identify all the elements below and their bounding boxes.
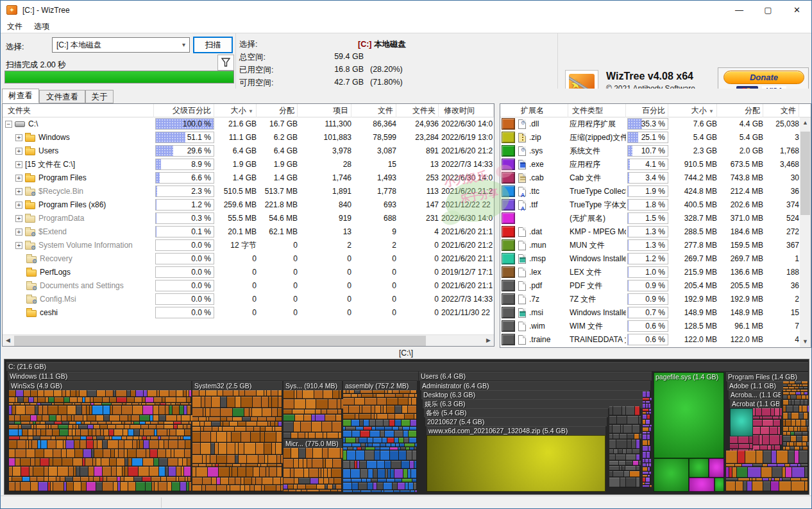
horizontal-scrollbar[interactable]: ◀ ▶ — [3, 334, 494, 346]
folder-row[interactable]: +⚙$Recycle.Bin 2.3 % 510.5 MB 513.7 MB 1… — [3, 185, 494, 198]
ext-row[interactable]: .zip 压缩(zipped)文件 25.1 % 5.4 GB 5.4 GB 3 — [500, 131, 811, 144]
percent-cell: 6.6 % — [155, 171, 214, 185]
ext-row[interactable]: (无扩展名) 1.5 % 328.7 MB 371.0 MB 524 — [500, 212, 811, 225]
donate-button[interactable]: Donate — [723, 71, 804, 84]
percent-cell: 1.9 % — [627, 185, 668, 198]
folder-table-header: 文件夹父级百分比大小 ▼分配项目文件文件夹修改时间 — [3, 104, 494, 117]
folder-row[interactable]: PerfLogs 0.0 % 0 0 0 0 0 2019/12/7 17:1 — [3, 266, 494, 279]
treemap-canvas[interactable] — [4, 359, 809, 494]
folder-column-header[interactable]: 父级百分比 — [155, 104, 214, 117]
wiztree-window: ✦ [C:] - WizTree — ▢ ✕ 文件 选项 选择: [C:] 本地… — [0, 0, 812, 509]
expand-toggle[interactable]: + — [15, 215, 22, 222]
folder-column-header[interactable]: 文件夹 — [398, 104, 439, 117]
expand-toggle[interactable]: + — [15, 175, 22, 182]
folder-row[interactable]: +⚙$Extend 0.1 % 20.1 MB 62.1 MB 13 9 4 2… — [3, 225, 494, 239]
ext-row[interactable]: .msp Windows Installe 1.2 % 269.7 MB 269… — [500, 252, 811, 266]
expand-toggle[interactable]: + — [15, 242, 22, 249]
ext-row[interactable]: .mun MUN 文件 1.3 % 277.8 MB 159.5 MB 367 — [500, 239, 811, 252]
tab-file-view[interactable]: 文件查看 — [39, 90, 85, 103]
filetype-label: Windows Installe — [570, 252, 626, 266]
filter-button[interactable] — [217, 55, 234, 71]
folder-column-header[interactable]: 文件夹 — [5, 104, 154, 117]
window-title: [C:] - WizTree — [22, 6, 70, 15]
folder-row[interactable]: ceshi 0.0 % 0 0 0 0 0 2021/11/30 22 — [3, 306, 494, 320]
folder-column-header[interactable]: 大小 ▼ — [216, 104, 257, 117]
close-button[interactable]: ✕ — [782, 1, 811, 20]
ext-row[interactable]: .cab Cab 文件 3.4 % 744.2 MB 743.8 MB 30 — [500, 171, 811, 185]
select-label: 选择: — [6, 42, 24, 53]
ext-row[interactable]: .traine TRAINEDDATA 文 0.6 % 122.0 MB 122… — [500, 333, 811, 347]
vertical-scrollbar[interactable]: ▲ ▼ — [800, 117, 811, 347]
expand-toggle[interactable]: + — [15, 188, 22, 195]
scroll-up-arrow[interactable]: ▲ — [800, 117, 811, 128]
expand-toggle[interactable]: + — [15, 229, 22, 236]
ext-column-header[interactable]: 文件 — [765, 104, 799, 117]
system-folder-icon: ⚙ — [26, 283, 37, 290]
summary-total-label: 总空间: — [239, 52, 266, 63]
scrollbar-thumb[interactable] — [14, 336, 426, 346]
scroll-right-arrow[interactable]: ▶ — [483, 335, 494, 346]
ext-row[interactable]: .7z 7Z 文件 0.9 % 192.9 MB 192.9 MB 2 — [500, 293, 811, 306]
menu-file[interactable]: 文件 — [7, 21, 22, 32]
folder-row[interactable]: −C:\ 100.0 % 21.6 GB 16.7 GB 111,300 86,… — [3, 117, 494, 131]
treemap-color-swatch — [502, 334, 515, 345]
divider — [235, 33, 236, 89]
folder-row[interactable]: +ProgramData 0.3 % 55.5 MB 54.6 MB 919 6… — [3, 212, 494, 225]
folder-row[interactable]: +⚙System Volume Information 0.0 % 12 字节 … — [3, 239, 494, 252]
ext-table-header: 扩展名文件类型百分比大小 ▼分配文件 — [500, 104, 811, 117]
collapse-toggle[interactable]: − — [5, 121, 12, 128]
treemap[interactable]: C: (21.6 GB)Windows (11.1 GB)WinSxS (4.9… — [4, 359, 809, 495]
drive-dropdown[interactable]: [C:] 本地磁盘 ▾ — [52, 37, 190, 53]
expand-toggle[interactable]: + — [15, 148, 22, 155]
ext-column-header[interactable]: 分配 — [718, 104, 763, 117]
ext-row[interactable]: .dll 应用程序扩展 35.3 % 7.6 GB 4.4 GB 25,038 — [500, 117, 811, 131]
filetype-icon — [518, 146, 526, 156]
ext-row[interactable]: .ttc TrueType Collect 1.9 % 424.8 MB 212… — [500, 185, 811, 198]
expand-toggle[interactable]: + — [15, 161, 22, 168]
ext-column-header[interactable]: 大小 ▼ — [670, 104, 717, 117]
treemap-color-swatch — [502, 145, 515, 157]
scan-button[interactable]: 扫描 — [193, 37, 233, 53]
folder-row[interactable]: ⚙Recovery 0.0 % 0 0 0 0 0 2021/6/20 21:1 — [3, 252, 494, 266]
treemap-color-swatch — [502, 293, 515, 305]
extension-name: .exe — [529, 160, 544, 169]
scroll-down-arrow[interactable]: ▼ — [800, 336, 811, 347]
percent-cell: 0.9 % — [627, 279, 668, 293]
folder-column-header[interactable]: 修改时间 — [441, 104, 494, 117]
ext-row[interactable]: .exe 应用程序 4.1 % 910.5 MB 673.5 MB 3,468 — [500, 158, 811, 171]
extension-name: .ttc — [529, 187, 539, 196]
status-bar — [1, 496, 811, 508]
ext-column-header[interactable]: 扩展名 — [518, 104, 568, 117]
disk-icon — [15, 121, 25, 127]
ext-row[interactable]: .lex LEX 文件 1.0 % 215.9 MB 136.6 MB 188 — [500, 266, 811, 279]
ext-row[interactable]: .pdf PDF 文件 0.9 % 205.4 MB 205.5 MB 36 — [500, 279, 811, 293]
ext-row[interactable]: .wim WIM 文件 0.6 % 128.5 MB 96.1 MB 7 — [500, 320, 811, 333]
scroll-left-arrow[interactable]: ◀ — [3, 335, 13, 346]
folder-row[interactable]: +Program Files 6.6 % 1.4 GB 1.4 GB 1,746… — [3, 171, 494, 185]
folder-row[interactable]: +Users 29.6 % 6.4 GB 6.4 GB 3,978 3,087 … — [3, 144, 494, 158]
ext-row[interactable]: .ttf TrueType 字体文 1.8 % 400.5 MB 202.6 M… — [500, 198, 811, 212]
treemap-color-swatch — [502, 226, 515, 237]
folder-row[interactable]: ⚙Documents and Settings 0.0 % 0 0 0 0 0 … — [3, 279, 494, 293]
ext-row[interactable]: .msi Windows Installe 0.7 % 148.9 MB 148… — [500, 306, 811, 320]
scrollbar-thumb[interactable] — [800, 132, 810, 215]
folder-column-header[interactable]: 分配 — [258, 104, 298, 117]
menu-options[interactable]: 选项 — [34, 21, 49, 32]
ext-column-header[interactable]: 百分比 — [627, 104, 668, 117]
folder-column-header[interactable]: 文件 — [353, 104, 396, 117]
treemap-color-swatch — [502, 320, 515, 332]
expand-toggle[interactable]: + — [15, 134, 22, 141]
folder-column-header[interactable]: 项目 — [299, 104, 351, 117]
tab-tree-view[interactable]: 树查看 — [2, 89, 39, 103]
folder-row[interactable]: +[15 文件在 C:\] 8.9 % 1.9 GB 1.9 GB 28 15 … — [3, 158, 494, 171]
folder-row[interactable]: +Program Files (x86) 1.2 % 259.6 MB 221.… — [3, 198, 494, 212]
ext-row[interactable]: .sys 系统文件 10.7 % 2.3 GB 2.0 GB 1,768 — [500, 144, 811, 158]
minimize-button[interactable]: — — [725, 1, 754, 20]
maximize-button[interactable]: ▢ — [754, 1, 782, 20]
expand-toggle[interactable]: + — [15, 202, 22, 209]
folder-row[interactable]: ⚙Config.Msi 0.0 % 0 0 0 0 0 2022/7/3 14:… — [3, 293, 494, 306]
folder-row[interactable]: +Windows 51.1 % 11.1 GB 6.2 GB 101,883 7… — [3, 131, 494, 144]
ext-column-header[interactable]: 文件类型 — [570, 104, 626, 117]
ext-row[interactable]: .dat KMP - MPEG Mc 1.3 % 288.5 MB 184.6 … — [500, 225, 811, 239]
tab-about[interactable]: 关于 — [85, 90, 114, 103]
